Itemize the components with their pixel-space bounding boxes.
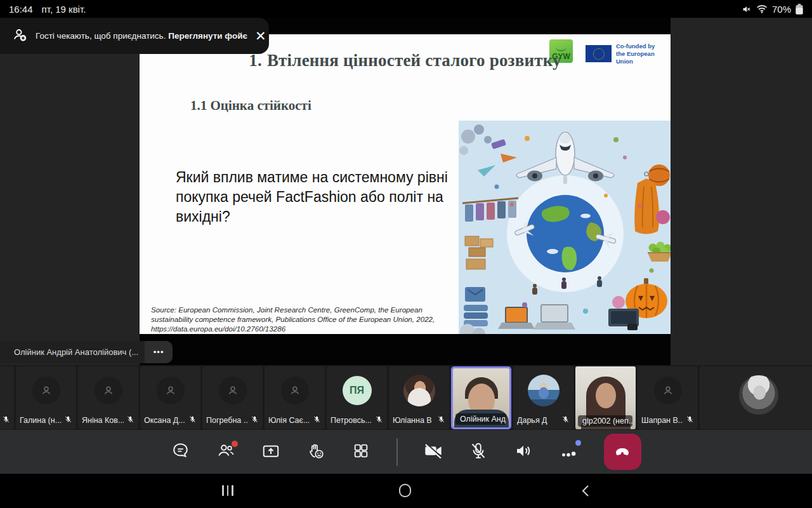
mic-muted-icon xyxy=(2,415,10,426)
avatar-initials: ПЯ xyxy=(343,376,372,405)
mic-muted-icon xyxy=(251,415,259,426)
video-toggle-button[interactable] xyxy=(424,443,443,462)
notification-action-link[interactable]: Переглянути фойє xyxy=(168,31,247,41)
recents-button[interactable] xyxy=(222,485,233,496)
slide-question: Який вплив матиме на системному рівні по… xyxy=(176,168,462,227)
share-screen-button[interactable] xyxy=(261,443,280,462)
participant-name: Оксана Д... xyxy=(144,416,186,425)
participant-name: Юліанна В xyxy=(393,416,435,425)
participant-name: Дарья Д xyxy=(517,416,559,425)
slide-subtitle: 1.1 Оцінка стійкості xyxy=(190,98,311,114)
volume-muted-icon xyxy=(741,4,752,14)
person-add-icon xyxy=(11,27,28,46)
avatar-placeholder xyxy=(219,377,247,404)
more-icon xyxy=(559,441,578,463)
participant-name: Погребна ... xyxy=(206,416,248,425)
mic-muted-icon xyxy=(126,415,134,426)
zoom-meeting-screen: 16:44 пт, 19 квіт. 70% GYW xyxy=(0,0,812,508)
participant-tile[interactable]: Шапран В... xyxy=(638,366,698,429)
participant-name: Галина (н... xyxy=(20,416,62,425)
participant-name: Петровсь... xyxy=(331,416,372,425)
reactions-icon xyxy=(306,441,325,463)
participant-name: glp2002 (неп... xyxy=(578,415,632,427)
speaker-options-button[interactable]: ••• xyxy=(145,341,173,363)
wifi-icon xyxy=(756,4,768,13)
avatar-placeholder xyxy=(654,377,682,404)
stage-left-panel xyxy=(0,18,140,365)
participants-filmstrip[interactable]: Галина (н... Яніна Ков... Оксана Д... xyxy=(0,365,812,430)
back-button[interactable] xyxy=(581,485,590,500)
participants-badge xyxy=(232,441,238,447)
participant-tile[interactable]: Юліанна В xyxy=(389,366,449,429)
toolbar-divider xyxy=(396,438,398,466)
mic-muted-icon xyxy=(437,415,445,426)
lobby-notification-banner[interactable]: Гості чекають, щоб приєднатись. Переглян… xyxy=(0,18,269,54)
battery-percent: 70% xyxy=(772,4,791,15)
participant-tile[interactable]: Галина (н... xyxy=(16,366,76,429)
participant-name: Шапран В... xyxy=(641,416,683,425)
mic-muted-icon xyxy=(313,415,321,426)
participant-tile[interactable] xyxy=(0,366,14,429)
home-button[interactable] xyxy=(399,484,411,497)
share-screen-icon xyxy=(261,441,280,463)
apps-button[interactable] xyxy=(351,443,370,462)
participant-name: Юлія Сає... xyxy=(268,416,310,425)
mic-muted-icon xyxy=(686,415,694,426)
battery-icon xyxy=(796,4,803,15)
close-icon[interactable]: ✕ xyxy=(255,27,266,46)
avatar-photo xyxy=(528,375,560,406)
mic-muted-icon xyxy=(64,415,72,426)
avatar-placeholder xyxy=(281,377,309,404)
participant-tile-active-speaker[interactable]: Олійник Анд... xyxy=(451,366,511,429)
participant-tile[interactable]: Дарья Д xyxy=(513,366,573,429)
mic-muted-icon xyxy=(188,415,197,426)
avatar-placeholder xyxy=(157,377,185,404)
status-date: пт, 19 квіт. xyxy=(42,4,86,15)
mic-off-icon xyxy=(469,441,488,463)
end-call-button[interactable] xyxy=(604,434,641,470)
participant-tile[interactable]: ПЯ Петровсь... xyxy=(327,366,387,429)
mic-toggle-button[interactable] xyxy=(469,443,488,462)
participant-tile[interactable]: Оксана Д... xyxy=(140,366,200,429)
android-navbar xyxy=(0,474,812,508)
participant-tile[interactable] xyxy=(700,366,812,429)
meeting-toolbar xyxy=(0,430,812,474)
more-badge xyxy=(575,440,581,446)
reactions-button[interactable] xyxy=(306,443,325,462)
status-time: 16:44 xyxy=(9,4,33,15)
participant-name: Яніна Ков... xyxy=(82,416,124,425)
apps-icon xyxy=(352,442,370,462)
participant-tile[interactable]: Погребна ... xyxy=(202,366,263,429)
notification-text: Гості чекають, щоб приєднатись. xyxy=(36,31,166,41)
slide-source-citation: Source: European Commission, Joint Resea… xyxy=(151,305,450,333)
participant-tile[interactable]: Яніна Ков... xyxy=(78,366,138,429)
more-button[interactable] xyxy=(559,443,578,462)
shared-screen-owner-tag: Олійник Андрій Анатолійович (... ••• xyxy=(0,341,173,363)
participant-name: Олійник Анд... xyxy=(455,413,506,425)
end-call-icon xyxy=(613,441,632,463)
participant-tile[interactable]: glp2002 (неп... xyxy=(575,366,636,429)
participant-tile[interactable]: Юлія Сає... xyxy=(265,366,325,429)
status-bar: 16:44 пт, 19 квіт. 70% xyxy=(0,0,812,18)
consumption-globe-illustration xyxy=(459,121,671,334)
speaker-name: Олійник Андрій Анатолійович (... xyxy=(0,341,145,363)
mic-muted-icon xyxy=(561,415,570,426)
avatar-placeholder xyxy=(32,377,60,404)
chat-icon xyxy=(171,441,190,462)
avatar-photo xyxy=(403,375,435,406)
video-off-icon xyxy=(423,441,443,464)
avatar-photo xyxy=(739,375,778,415)
stage-right-panel xyxy=(671,18,812,365)
participants-button[interactable] xyxy=(216,443,235,462)
speaker-icon xyxy=(514,441,533,463)
audio-button[interactable] xyxy=(514,443,533,462)
avatar-placeholder xyxy=(95,377,122,404)
main-stage: GYW Co-funded by the European Union 1.Вт… xyxy=(0,18,812,365)
mic-muted-icon xyxy=(375,415,383,426)
slide-title-text: Втілення цінностей сталого розвитку xyxy=(267,51,561,70)
shared-screen: GYW Co-funded by the European Union 1.Вт… xyxy=(140,18,671,365)
chat-button[interactable] xyxy=(171,443,190,462)
presentation-slide: GYW Co-funded by the European Union 1.Вт… xyxy=(140,34,671,334)
